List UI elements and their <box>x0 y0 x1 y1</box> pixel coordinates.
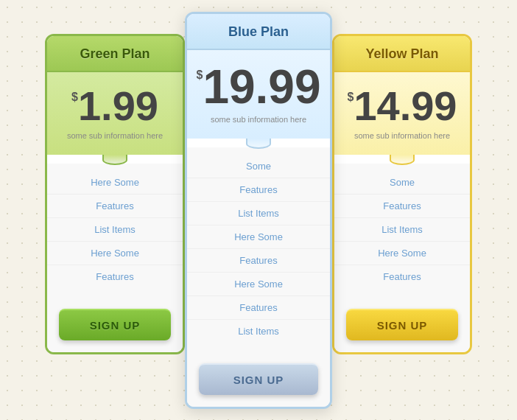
list-item: Features <box>187 249 330 273</box>
list-item: List Items <box>334 218 470 242</box>
blue-plan-title: Blue Plan <box>194 24 323 40</box>
green-signup-button[interactable]: SIGN UP <box>59 309 171 340</box>
list-item: Features <box>334 265 470 288</box>
green-price-section: $ 1.99 some sub information here <box>47 72 183 155</box>
list-item: Here Some <box>47 171 183 195</box>
list-item: Some <box>187 155 330 178</box>
yellow-price-dollar: $ <box>347 91 354 103</box>
yellow-wave-divider <box>334 155 470 164</box>
green-wave-divider <box>47 155 183 164</box>
green-plan-card: Green Plan $ 1.99 some sub information h… <box>45 34 185 354</box>
blue-plan-card: Blue Plan $ 19.99 some sub information h… <box>185 12 332 409</box>
green-plan-header: Green Plan <box>47 36 183 72</box>
list-item: Features <box>187 296 330 320</box>
green-price-dollar: $ <box>71 91 78 103</box>
blue-price-dollar: $ <box>196 69 203 81</box>
green-price-amount: 1.99 <box>78 85 158 127</box>
blue-price-display: $ 19.99 <box>194 63 323 111</box>
green-plan-title: Green Plan <box>54 46 175 62</box>
yellow-features-list: Some Features List Items Here Some Featu… <box>334 164 470 298</box>
list-item: Here Some <box>187 225 330 249</box>
green-signup-section: SIGN UP <box>47 298 183 352</box>
blue-plan-header: Blue Plan <box>187 14 330 50</box>
list-item: Here Some <box>47 242 183 265</box>
list-item: List Items <box>47 218 183 242</box>
list-item: Here Some <box>334 242 470 265</box>
blue-price-amount: 19.99 <box>203 63 320 111</box>
yellow-plan-card: Yellow Plan $ 14.99 some sub information… <box>332 34 472 354</box>
list-item: Some <box>334 171 470 195</box>
blue-signup-section: SIGN UP <box>187 353 330 407</box>
green-features-list: Here Some Features List Items Here Some … <box>47 164 183 298</box>
list-item: Here Some <box>187 273 330 296</box>
blue-price-section: $ 19.99 some sub information here <box>187 50 330 139</box>
blue-wave-divider <box>187 139 330 147</box>
yellow-price-display: $ 14.99 <box>342 85 463 127</box>
list-item: List Items <box>187 202 330 225</box>
yellow-price-section: $ 14.99 some sub information here <box>334 72 470 155</box>
list-item: Features <box>334 195 470 218</box>
yellow-signup-button[interactable]: SIGN UP <box>346 309 458 340</box>
green-price-sub: some sub information here <box>54 131 175 140</box>
green-price-display: $ 1.99 <box>54 85 175 127</box>
blue-signup-button[interactable]: SIGN UP <box>199 363 318 395</box>
yellow-signup-section: SIGN UP <box>334 298 470 352</box>
pricing-container: Green Plan $ 1.99 some sub information h… <box>45 12 472 409</box>
blue-price-sub: some sub information here <box>194 115 323 124</box>
yellow-price-amount: 14.99 <box>354 85 457 127</box>
yellow-price-sub: some sub information here <box>342 131 463 140</box>
yellow-plan-title: Yellow Plan <box>342 46 463 62</box>
yellow-plan-header: Yellow Plan <box>334 36 470 72</box>
blue-features-list: Some Features List Items Here Some Featu… <box>187 147 330 353</box>
list-item: Features <box>47 195 183 218</box>
list-item: Features <box>47 265 183 288</box>
list-item: List Items <box>187 320 330 343</box>
list-item: Features <box>187 178 330 202</box>
